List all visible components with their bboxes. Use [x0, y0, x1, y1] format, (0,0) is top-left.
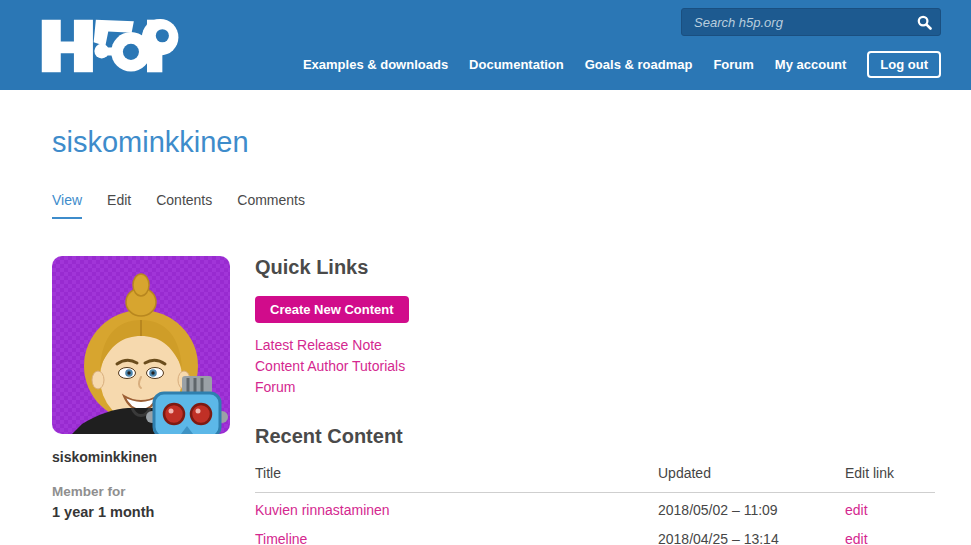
h5p-logo[interactable]: [34, 8, 184, 84]
search-input[interactable]: [682, 9, 908, 35]
tab-edit[interactable]: Edit: [107, 192, 131, 219]
column-header-edit-link: Edit link: [845, 459, 935, 493]
tabs: View Edit Contents Comments: [52, 192, 935, 219]
tab-contents[interactable]: Contents: [156, 192, 212, 219]
content-edit-link[interactable]: edit: [845, 502, 868, 518]
tab-view[interactable]: View: [52, 192, 82, 219]
create-new-content-button[interactable]: Create New Content: [255, 296, 409, 323]
link-content-author-tutorials[interactable]: Content Author Tutorials: [255, 356, 935, 377]
profile-username: siskominkkinen: [52, 449, 230, 465]
content-title-link[interactable]: Kuvien rinnastaminen: [255, 502, 390, 518]
main-nav: Examples & downloads Documentation Goals…: [303, 51, 941, 78]
content-updated: 2018/04/25 – 13:14: [658, 522, 845, 545]
logo-letter-h: [42, 20, 93, 73]
nav-item-examples-downloads[interactable]: Examples & downloads: [303, 57, 448, 72]
avatar: [52, 256, 230, 434]
site-header: Examples & downloads Documentation Goals…: [0, 0, 971, 90]
logout-button[interactable]: Log out: [867, 51, 941, 78]
search-icon: [917, 15, 932, 30]
link-forum[interactable]: Forum: [255, 377, 935, 398]
content-title-link[interactable]: Timeline: [255, 531, 307, 545]
site-search: [681, 8, 941, 36]
content-updated: 2018/05/02 – 11:09: [658, 492, 845, 522]
column-header-updated: Updated: [658, 459, 845, 493]
nav-item-documentation[interactable]: Documentation: [469, 57, 564, 72]
quick-links-list: Latest Release Note Content Author Tutor…: [255, 335, 935, 398]
column-header-title: Title: [255, 459, 658, 493]
nav-item-goals-roadmap[interactable]: Goals & roadmap: [585, 57, 693, 72]
nav-item-my-account[interactable]: My account: [775, 57, 847, 72]
recent-content-table: Title Updated Edit link Kuvien rinnastam…: [255, 459, 935, 545]
table-row: Kuvien rinnastaminen 2018/05/02 – 11:09 …: [255, 492, 935, 522]
table-row: Timeline 2018/04/25 – 13:14 edit: [255, 522, 935, 545]
search-button[interactable]: [908, 9, 940, 35]
page-title: siskominkkinen: [52, 127, 935, 159]
nav-item-forum[interactable]: Forum: [713, 57, 753, 72]
member-for-value: 1 year 1 month: [52, 504, 230, 520]
recent-content-heading: Recent Content: [255, 425, 935, 447]
tab-comments[interactable]: Comments: [237, 192, 305, 219]
profile-sidebar: siskominkkinen Member for 1 year 1 month: [52, 256, 230, 545]
content-edit-link[interactable]: edit: [845, 531, 868, 545]
member-for-label: Member for: [52, 484, 230, 499]
main-content: siskominkkinen View Edit Contents Commen…: [0, 127, 971, 545]
quick-links-heading: Quick Links: [255, 256, 935, 278]
link-latest-release-note[interactable]: Latest Release Note: [255, 335, 935, 356]
